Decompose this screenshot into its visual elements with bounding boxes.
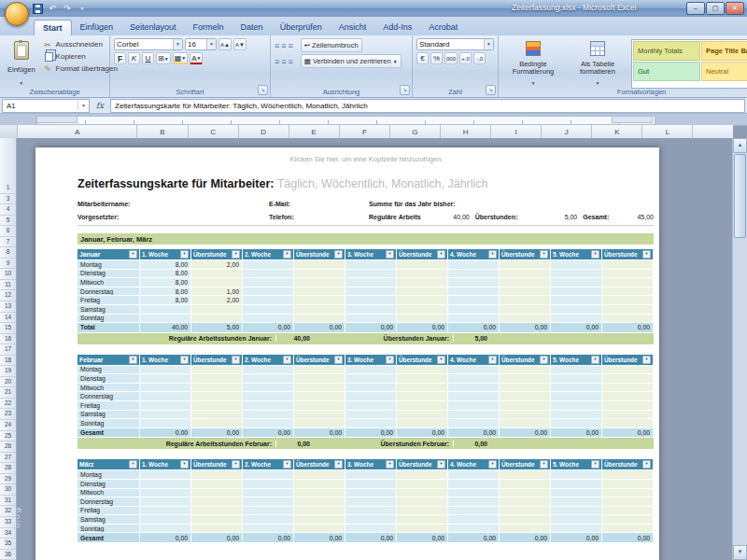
total-cell[interactable]: 0,00 (294, 323, 345, 333)
table-dropdown-icon[interactable]: ▼ (596, 81, 600, 87)
font-size-combo[interactable]: 16 ▼ (185, 38, 217, 50)
week-header-cell[interactable]: Überstunde▼ (602, 355, 654, 366)
value-cell[interactable] (602, 305, 654, 315)
total-cell[interactable]: 5,00 (191, 323, 243, 333)
value-cell[interactable] (448, 392, 500, 401)
total-value[interactable]: 45,00 (609, 214, 654, 220)
filter-icon[interactable]: ▼ (386, 460, 394, 469)
day-cell[interactable]: Montag (78, 470, 140, 480)
column-header-j[interactable]: J (542, 125, 592, 138)
value-cell[interactable] (551, 489, 602, 498)
value-cell[interactable] (448, 315, 500, 324)
value-cell[interactable] (243, 507, 294, 516)
underline-button[interactable]: U (142, 52, 154, 64)
row-header-34[interactable]: 34 (0, 528, 16, 539)
value-cell[interactable] (602, 419, 654, 428)
value-cell[interactable] (294, 315, 345, 324)
value-cell[interactable] (602, 366, 654, 375)
value-cell[interactable] (551, 374, 602, 384)
value-cell[interactable] (602, 489, 654, 498)
value-cell[interactable] (294, 374, 345, 384)
filter-icon[interactable]: ▼ (642, 460, 651, 469)
total-cell[interactable]: 0,00 (551, 533, 602, 543)
row-header-23[interactable]: 23 (0, 409, 16, 420)
filter-icon[interactable]: ▼ (334, 250, 343, 259)
value-cell[interactable] (140, 525, 191, 534)
value-cell[interactable] (140, 366, 191, 375)
font-name-combo[interactable]: Corbel ▼ (114, 38, 183, 50)
day-cell[interactable]: Samstag (78, 411, 140, 420)
filter-icon[interactable]: ▼ (591, 250, 599, 259)
value-cell[interactable] (191, 270, 243, 279)
redo-icon[interactable]: ↷ (62, 3, 73, 14)
row-header-11[interactable]: 11 (0, 280, 16, 291)
week-header-cell[interactable]: Überstunde▼ (602, 249, 654, 260)
row-header-3[interactable]: 3 (0, 194, 16, 205)
row-header-25[interactable]: 25 (0, 431, 16, 442)
week-header-cell[interactable]: Überstunde▼ (397, 459, 448, 470)
field-email-label[interactable]: E-Mail: (269, 198, 369, 209)
filter-icon[interactable]: ▼ (180, 460, 189, 469)
summary-value-regular[interactable]: 0,00 (275, 441, 313, 447)
value-cell[interactable]: 8,00 (140, 260, 191, 270)
filter-icon[interactable]: ▼ (488, 460, 497, 469)
day-cell[interactable]: Mitwoch (78, 489, 140, 498)
filter-icon[interactable]: ▼ (283, 250, 291, 259)
value-cell[interactable] (448, 366, 500, 375)
value-cell[interactable] (345, 315, 397, 324)
value-cell[interactable] (191, 401, 243, 411)
row-header-13[interactable]: 13 (0, 301, 16, 313)
total-cell[interactable]: 0,00 (551, 428, 602, 439)
filter-icon[interactable]: ▼ (129, 356, 137, 364)
week-header-cell[interactable]: Überstunde▼ (191, 459, 243, 470)
row-header-4[interactable]: 4 (0, 204, 16, 216)
value-cell[interactable] (397, 260, 448, 270)
value-cell[interactable] (294, 392, 345, 401)
font-dialog-launcher[interactable]: ↘ (258, 85, 268, 95)
filter-icon[interactable]: ▼ (540, 250, 548, 259)
total-label-cell[interactable]: Gesamt (78, 428, 140, 439)
total-cell[interactable]: 0,00 (243, 533, 294, 543)
value-cell[interactable] (448, 480, 500, 489)
row-header-29[interactable]: 29 (0, 474, 16, 485)
cell-style-gut[interactable]: Gut (633, 62, 700, 81)
filter-icon[interactable]: ▼ (386, 356, 394, 364)
filter-icon[interactable]: ▼ (334, 460, 343, 469)
value-cell[interactable] (140, 480, 191, 489)
value-cell[interactable] (500, 366, 551, 375)
value-cell[interactable] (140, 315, 191, 324)
total-cell[interactable]: 0,00 (345, 428, 397, 439)
total-cell[interactable]: 0,00 (397, 428, 448, 439)
percent-format-button[interactable]: % (430, 52, 443, 64)
scrollbar-thumb[interactable] (734, 154, 746, 238)
value-cell[interactable] (243, 315, 294, 324)
page-title[interactable]: Zeiterfassungskarte für Mitarbeiter: Täg… (78, 177, 654, 194)
value-cell[interactable] (345, 305, 397, 315)
name-box-dropdown-icon[interactable]: ▼ (78, 101, 89, 110)
minimize-button[interactable]: – (686, 2, 705, 15)
cell-style-neutral[interactable]: Neutral (701, 62, 747, 81)
value-cell[interactable] (500, 401, 551, 411)
value-cell[interactable] (140, 392, 191, 401)
value-cell[interactable] (551, 278, 602, 287)
column-header-e[interactable]: E (289, 125, 340, 138)
value-cell[interactable] (243, 287, 294, 297)
tab-ansicht[interactable]: Ansicht (331, 20, 375, 35)
value-cell[interactable] (243, 411, 294, 420)
value-cell[interactable] (345, 489, 397, 498)
value-cell[interactable] (345, 419, 397, 428)
undo-icon[interactable]: ↶ (47, 3, 58, 14)
total-cell[interactable]: 0,00 (345, 323, 397, 333)
value-cell[interactable] (294, 497, 345, 507)
format-as-table-button[interactable]: Als Tabelle formatieren ▼ (567, 38, 628, 89)
filter-icon[interactable]: ▼ (540, 356, 548, 364)
row-header-24[interactable]: 24 (0, 420, 16, 431)
value-cell[interactable] (294, 366, 345, 375)
filter-icon[interactable]: ▼ (232, 356, 240, 364)
total-cell[interactable]: 0,00 (500, 533, 551, 543)
total-cell[interactable]: 0,00 (500, 323, 551, 333)
tab-einf-gen[interactable]: Einfügen (72, 20, 122, 35)
week-header-cell[interactable]: Überstunde▼ (294, 355, 345, 366)
number-dialog-launcher[interactable]: ↘ (486, 85, 496, 95)
value-cell[interactable] (397, 315, 448, 324)
